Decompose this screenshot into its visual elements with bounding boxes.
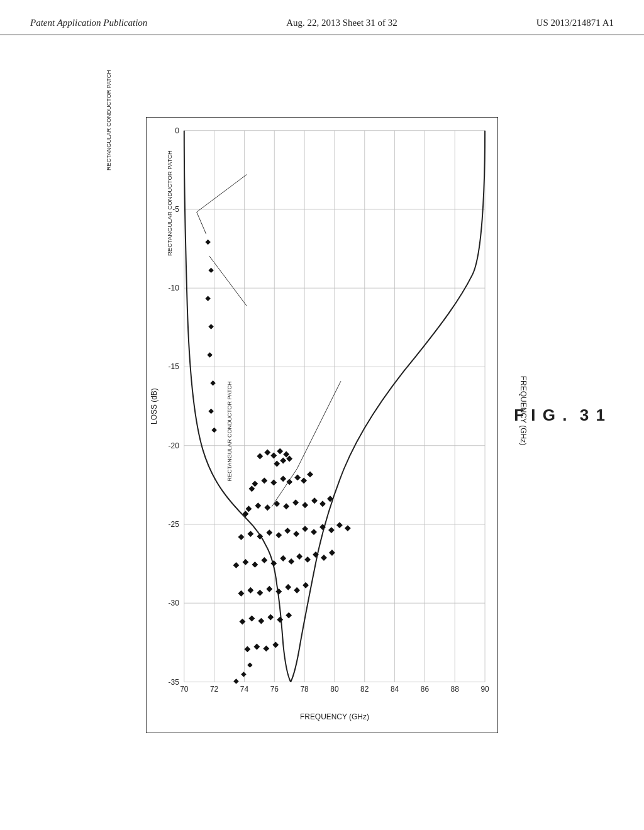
svg-rect-95 xyxy=(238,590,245,597)
svg-rect-119 xyxy=(208,409,213,414)
svg-rect-88 xyxy=(280,555,286,562)
svg-text:72: 72 xyxy=(210,685,219,694)
svg-line-125 xyxy=(197,174,247,212)
svg-text:86: 86 xyxy=(421,685,430,694)
svg-rect-76 xyxy=(293,531,299,537)
svg-rect-118 xyxy=(210,380,215,385)
svg-rect-82 xyxy=(345,525,351,531)
svg-rect-120 xyxy=(211,428,216,433)
svg-rect-109 xyxy=(244,646,250,652)
svg-rect-114 xyxy=(208,268,213,273)
svg-rect-70 xyxy=(238,534,245,540)
svg-rect-101 xyxy=(294,587,300,594)
svg-rect-56 xyxy=(301,477,307,484)
svg-rect-51 xyxy=(261,477,267,484)
svg-rect-64 xyxy=(292,499,299,506)
svg-rect-98 xyxy=(266,586,272,592)
svg-rect-48 xyxy=(274,461,280,467)
svg-text:-5: -5 xyxy=(172,205,179,214)
svg-rect-55 xyxy=(294,474,301,480)
svg-rect-65 xyxy=(302,502,308,508)
svg-rect-116 xyxy=(208,324,213,329)
svg-rect-81 xyxy=(336,522,343,528)
svg-text:76: 76 xyxy=(270,685,279,694)
svg-rect-60 xyxy=(255,502,261,509)
svg-text:70: 70 xyxy=(180,685,189,694)
svg-rect-58 xyxy=(248,485,255,492)
svg-rect-46 xyxy=(283,451,289,458)
svg-rect-61 xyxy=(264,504,270,511)
svg-text:-35: -35 xyxy=(169,678,180,687)
svg-rect-108 xyxy=(286,612,292,619)
svg-rect-96 xyxy=(247,587,253,594)
svg-text:82: 82 xyxy=(360,685,369,694)
svg-rect-85 xyxy=(252,562,258,568)
svg-rect-49 xyxy=(286,456,292,462)
svg-rect-53 xyxy=(280,475,286,482)
svg-text:80: 80 xyxy=(330,685,339,694)
svg-line-127 xyxy=(272,469,297,507)
svg-rect-52 xyxy=(270,479,277,485)
svg-rect-67 xyxy=(319,501,326,507)
svg-rect-121 xyxy=(247,662,252,667)
svg-rect-91 xyxy=(304,556,311,563)
svg-rect-117 xyxy=(207,352,212,357)
svg-rect-62 xyxy=(274,501,280,507)
svg-rect-94 xyxy=(329,550,335,556)
svg-rect-84 xyxy=(243,559,249,565)
svg-text:74: 74 xyxy=(240,685,249,694)
svg-rect-102 xyxy=(303,582,309,589)
svg-rect-123 xyxy=(233,678,238,683)
svg-text:88: 88 xyxy=(451,685,460,694)
svg-line-124 xyxy=(197,212,206,234)
main-content: 0 -5 -10 -15 -20 -25 -30 -35 70 72 74 76… xyxy=(0,35,644,815)
svg-text:90: 90 xyxy=(480,685,489,694)
svg-rect-44 xyxy=(270,453,277,459)
svg-rect-80 xyxy=(328,527,335,533)
svg-text:-10: -10 xyxy=(169,284,180,292)
svg-rect-87 xyxy=(270,560,277,567)
svg-text:LOSS (dB): LOSS (dB) xyxy=(150,388,158,424)
svg-rect-107 xyxy=(277,617,283,623)
svg-rect-75 xyxy=(284,528,291,534)
svg-rect-42 xyxy=(257,453,263,460)
svg-text:78: 78 xyxy=(300,685,309,694)
figure-label: F I G . 3 1 xyxy=(514,406,606,425)
svg-rect-50 xyxy=(252,480,258,487)
header-publication-label: Patent Application Publication xyxy=(30,18,147,28)
svg-rect-105 xyxy=(258,618,264,624)
svg-rect-83 xyxy=(233,562,240,568)
svg-rect-77 xyxy=(302,526,308,532)
svg-text:-30: -30 xyxy=(169,599,180,607)
svg-text:FREQUENCY (GHz): FREQUENCY (GHz) xyxy=(300,712,369,721)
svg-rect-78 xyxy=(311,529,317,535)
svg-rect-86 xyxy=(261,557,267,563)
svg-rect-113 xyxy=(205,240,210,245)
svg-rect-66 xyxy=(311,497,318,504)
svg-rect-59 xyxy=(245,506,252,512)
svg-rect-106 xyxy=(267,614,274,621)
svg-text:0: 0 xyxy=(175,126,179,135)
svg-rect-110 xyxy=(253,644,260,650)
svg-rect-89 xyxy=(288,558,294,565)
chart-area: 0 -5 -10 -15 -20 -25 -30 -35 70 72 74 76… xyxy=(30,60,614,790)
svg-rect-93 xyxy=(321,555,327,561)
svg-rect-100 xyxy=(285,584,291,590)
chart-container: 0 -5 -10 -15 -20 -25 -30 -35 70 72 74 76… xyxy=(146,117,498,733)
svg-rect-115 xyxy=(205,296,210,301)
chart-svg: 0 -5 -10 -15 -20 -25 -30 -35 70 72 74 76… xyxy=(147,118,497,733)
svg-line-40 xyxy=(209,256,247,306)
svg-rect-73 xyxy=(266,529,272,536)
svg-rect-45 xyxy=(277,448,283,455)
svg-rect-90 xyxy=(296,553,303,560)
svg-rect-57 xyxy=(307,471,313,477)
svg-rect-122 xyxy=(241,672,246,677)
svg-text:RECTANGULAR CONDUCTOR PATCH: RECTANGULAR CONDUCTOR PATCH xyxy=(166,150,173,256)
header-patent-number: US 2013/214871 A1 xyxy=(536,18,614,28)
svg-rect-111 xyxy=(263,646,269,652)
svg-text:-25: -25 xyxy=(169,520,180,529)
svg-text:84: 84 xyxy=(391,685,399,694)
svg-rect-97 xyxy=(257,590,263,596)
svg-rect-104 xyxy=(248,616,255,622)
page-header: Patent Application Publication Aug. 22, … xyxy=(0,0,644,35)
